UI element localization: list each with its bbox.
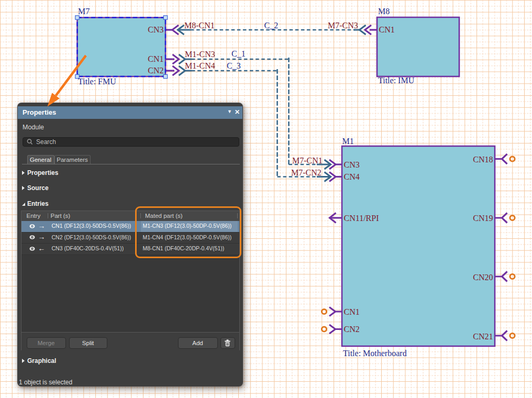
svg-text:Title: Motherboard: Title: Motherboard [343,349,407,358]
svg-text:C_3: C_3 [227,61,241,70]
svg-text:CN20: CN20 [473,273,493,282]
svg-text:M7-CN1: M7-CN1 [292,156,323,165]
svg-text:M1-CN3: M1-CN3 [185,50,215,59]
svg-text:CN1: CN1 [379,25,395,34]
svg-text:CN1: CN1 [344,307,360,316]
svg-text:M8: M8 [378,7,390,16]
svg-text:M1: M1 [342,137,354,146]
svg-text:CN3: CN3 [344,160,360,169]
svg-text:M8-CN1: M8-CN1 [184,21,215,30]
svg-text:C_1: C_1 [231,49,246,58]
svg-text:CN18: CN18 [473,155,493,164]
svg-text:CN2: CN2 [344,325,360,334]
svg-text:M7-CN3: M7-CN3 [328,21,358,30]
svg-text:CN4: CN4 [344,172,360,181]
svg-text:Title: FMU: Title: FMU [78,77,116,86]
svg-text:CN2: CN2 [148,66,163,75]
svg-text:C_2: C_2 [264,21,279,30]
svg-text:CN1: CN1 [148,54,163,63]
svg-text:Title: IMU: Title: IMU [378,76,415,85]
svg-text:M7: M7 [78,7,90,16]
svg-text:M1-CN4: M1-CN4 [185,61,215,70]
svg-text:CN11/RPI: CN11/RPI [344,214,379,223]
svg-text:CN21: CN21 [473,332,493,341]
svg-text:M7-CN2: M7-CN2 [291,168,322,177]
svg-text:CN19: CN19 [473,214,493,223]
svg-text:CN3: CN3 [148,25,163,34]
